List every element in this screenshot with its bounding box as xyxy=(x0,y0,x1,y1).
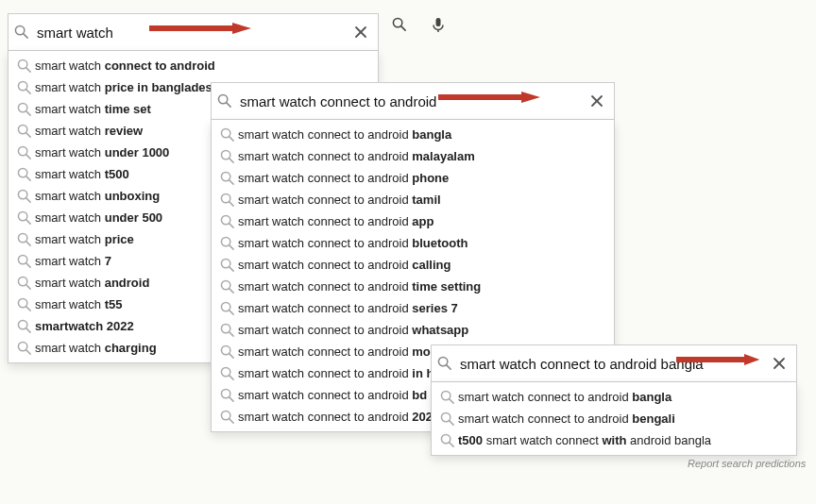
voice-search-button[interactable] xyxy=(430,16,447,33)
search-icon xyxy=(212,93,238,109)
search-icon xyxy=(14,80,35,95)
search-input-3[interactable] xyxy=(458,356,762,372)
search-icon xyxy=(14,210,35,226)
search-icon xyxy=(217,193,238,208)
suggestion-text: smart watch t55 xyxy=(35,297,122,311)
search-button[interactable] xyxy=(392,17,407,32)
suggestion-item[interactable]: smart watch connect to android bangla xyxy=(212,124,614,145)
search-icon xyxy=(217,149,238,164)
top-search-controls xyxy=(392,16,447,33)
search-panel-3: smart watch connect to android banglasma… xyxy=(431,344,797,456)
search-icon xyxy=(14,145,35,160)
suggestion-item[interactable]: smart watch connect to android series 7 xyxy=(212,297,614,319)
suggestion-item[interactable]: smart watch connect to android bengali xyxy=(432,408,796,429)
search-icon xyxy=(217,171,238,186)
suggestion-text: smart watch connect to android xyxy=(35,59,215,73)
clear-button-3[interactable] xyxy=(762,355,796,372)
suggestion-text: smart watch connect to android phone xyxy=(238,171,449,185)
suggestion-text: smart watch connect to android bengali xyxy=(458,412,675,426)
search-icon xyxy=(14,59,35,74)
search-bar-3[interactable] xyxy=(431,344,797,382)
search-icon xyxy=(217,388,238,403)
suggestion-text: smart watch unboxing xyxy=(35,189,160,203)
search-icon xyxy=(14,276,35,291)
suggestion-text: smartwatch 2022 xyxy=(35,319,134,333)
clear-button-1[interactable] xyxy=(344,24,378,41)
search-icon xyxy=(14,124,35,139)
suggestion-text: smart watch 7 xyxy=(35,254,111,268)
suggestion-item[interactable]: smart watch connect to android tamil xyxy=(212,189,614,210)
search-bar-2[interactable] xyxy=(211,82,615,120)
suggestion-text: smart watch connect to android in hindi xyxy=(238,366,455,380)
suggestion-text: smart watch connect to android bangla xyxy=(238,127,451,142)
suggestion-item[interactable]: smart watch connect to android xyxy=(8,55,378,76)
close-icon xyxy=(352,24,369,41)
search-input-2[interactable] xyxy=(238,93,580,109)
search-icon xyxy=(217,127,238,143)
search-icon xyxy=(217,301,238,316)
search-icon xyxy=(217,279,238,294)
search-icon xyxy=(217,410,238,425)
suggestion-text: smart watch connect to android whatsapp xyxy=(238,323,468,337)
search-icon xyxy=(14,254,35,269)
suggestion-text: smart watch connect to android 2022 xyxy=(238,410,439,424)
search-input-1[interactable] xyxy=(35,25,344,41)
suggestion-text: smart watch connect to android time sett… xyxy=(238,279,481,294)
suggestion-text: smart watch connect to android bd xyxy=(238,388,427,402)
search-icon xyxy=(14,167,35,182)
search-icon xyxy=(14,319,35,334)
suggestion-text: smart watch connect to android tamil xyxy=(238,193,441,207)
suggestion-text: smart watch charging xyxy=(35,341,157,355)
suggestion-item[interactable]: smart watch connect to android phone xyxy=(212,167,614,189)
suggestion-text: smart watch connect to android mobile xyxy=(238,344,451,359)
clear-button-2[interactable] xyxy=(580,92,614,109)
search-icon xyxy=(437,412,458,427)
suggestion-text: t500 smart watch connect with android ba… xyxy=(458,433,711,447)
suggestion-text: smart watch android xyxy=(35,276,149,290)
search-icon xyxy=(8,25,35,40)
suggestion-text: smart watch connect to android malayalam xyxy=(238,149,475,163)
search-icon xyxy=(217,344,238,360)
search-icon xyxy=(217,323,238,338)
search-icon xyxy=(217,236,238,251)
suggestion-text: smart watch time set xyxy=(35,102,151,116)
search-icon xyxy=(217,366,238,381)
suggestion-item[interactable]: smart watch connect to android app xyxy=(212,210,614,232)
suggestion-text: smart watch connect to android bluetooth xyxy=(238,236,468,250)
suggestion-text: smart watch under 500 xyxy=(35,210,162,225)
search-icon xyxy=(14,341,35,356)
suggestion-text: smart watch connect to android calling xyxy=(238,258,450,272)
suggestion-text: smart watch connect to android series 7 xyxy=(238,301,458,315)
suggestion-item[interactable]: t500 smart watch connect with android ba… xyxy=(432,429,796,451)
suggestion-text: smart watch connect to android app xyxy=(238,214,434,228)
search-icon xyxy=(217,214,238,229)
search-icon xyxy=(432,356,458,371)
search-icon xyxy=(14,297,35,312)
suggestion-item[interactable]: smart watch connect to android time sett… xyxy=(212,276,614,297)
suggestion-item[interactable]: smart watch connect to android whatsapp xyxy=(212,319,614,341)
suggestion-text: smart watch connect to android bangla xyxy=(458,390,672,404)
search-icon xyxy=(437,433,458,448)
close-icon xyxy=(588,92,605,109)
suggestion-text: smart watch t500 xyxy=(35,167,129,181)
close-icon xyxy=(771,355,788,372)
search-icon xyxy=(14,232,35,247)
suggestions-list-3: smart watch connect to android banglasma… xyxy=(431,382,797,456)
suggestion-text: smart watch price xyxy=(35,232,134,246)
suggestion-item[interactable]: smart watch connect to android bluetooth xyxy=(212,232,614,254)
search-icon xyxy=(14,189,35,204)
search-icon xyxy=(217,258,238,273)
suggestion-item[interactable]: smart watch connect to android calling xyxy=(212,254,614,276)
suggestion-text: smart watch under 1000 xyxy=(35,145,169,160)
search-bar-1[interactable] xyxy=(8,13,379,51)
microphone-icon xyxy=(430,16,447,33)
search-icon xyxy=(392,17,407,32)
suggestion-item[interactable]: smart watch connect to android bangla xyxy=(432,386,796,408)
search-icon xyxy=(14,102,35,117)
suggestion-text: smart watch review xyxy=(35,124,143,138)
report-search-predictions-link[interactable]: Report search predictions xyxy=(688,458,806,469)
suggestion-item[interactable]: smart watch connect to android malayalam xyxy=(212,145,614,167)
suggestion-text: smart watch price in bangladesh xyxy=(35,80,220,94)
search-icon xyxy=(437,390,458,405)
